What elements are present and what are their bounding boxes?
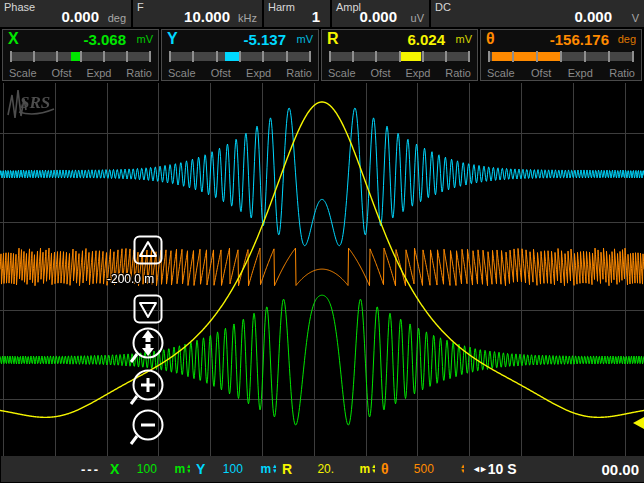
- magnifier-handle-icon: [131, 354, 137, 362]
- display-mode-cell[interactable]: ---: [1, 456, 110, 482]
- channel-unit: mV: [456, 33, 473, 45]
- channel-unit: mV: [137, 33, 154, 45]
- channel-unit: deg: [618, 33, 636, 45]
- channel-y-panel[interactable]: Y -5.137 mV Scale Ofst Expd Ratio: [161, 29, 319, 81]
- param-label: F: [137, 1, 144, 13]
- menu-ratio[interactable]: Ratio: [126, 67, 152, 79]
- vertical-zoom-button[interactable]: [128, 326, 168, 368]
- channel-value: -5.137: [243, 31, 286, 48]
- param-value: 10.000: [184, 8, 230, 25]
- channel-meter: [330, 52, 469, 61]
- channel-value: -156.176: [550, 31, 609, 48]
- arrow-down-icon: [142, 344, 154, 356]
- scale-letter: X: [110, 461, 119, 477]
- param-phase[interactable]: Phase 0.000 deg: [0, 0, 131, 27]
- menu-scale[interactable]: Scale: [328, 67, 356, 79]
- channel-meter: [170, 52, 310, 61]
- menu-expd[interactable]: Expd: [246, 67, 271, 79]
- channel-letter: R: [327, 30, 339, 48]
- offset-readout: -200.0 m: [107, 272, 154, 286]
- menu-scale[interactable]: Scale: [9, 67, 37, 79]
- param-unit: deg: [108, 12, 126, 24]
- param-amplitude[interactable]: Ampl 0.000 uV: [332, 0, 429, 27]
- param-value: 0.000: [61, 8, 99, 25]
- param-label: Harm: [268, 1, 295, 13]
- arrow-up-icon: [142, 330, 154, 342]
- magnifier-handle-icon: [131, 396, 137, 404]
- scale-value: 20.: [317, 462, 334, 476]
- chart-canvas[interactable]: [0, 83, 644, 456]
- param-dc-offset[interactable]: DC 0.000 V: [431, 0, 644, 27]
- menu-scale[interactable]: Scale: [487, 67, 515, 79]
- triangle-down-icon: [140, 303, 156, 317]
- y-scale-cell[interactable]: Y 100 m ▲▼: [190, 456, 284, 482]
- pan-up-button[interactable]: [133, 235, 163, 265]
- svg-text:SRS: SRS: [20, 93, 50, 112]
- scale-value: 100: [137, 462, 157, 476]
- magnifier-handle-icon: [131, 436, 137, 444]
- channel-unit: mV: [297, 33, 314, 45]
- scale-value: 500: [414, 462, 434, 476]
- param-value: 0.000: [359, 8, 397, 25]
- menu-scale[interactable]: Scale: [168, 67, 196, 79]
- menu-ofst[interactable]: Ofst: [211, 67, 231, 79]
- menu-expd[interactable]: Expd: [405, 67, 430, 79]
- channel-x-panel[interactable]: X -3.068 mV Scale Ofst Expd Ratio: [2, 29, 159, 81]
- timebase-cell[interactable]: ◄► 10 S 00.00: [464, 456, 644, 482]
- menu-ofst[interactable]: Ofst: [531, 67, 551, 79]
- timebase-value: 10 S: [488, 461, 517, 477]
- theta-scale-cell[interactable]: θ 500 ▲▼: [375, 456, 472, 482]
- scale-unit: m: [359, 462, 370, 476]
- menu-ratio[interactable]: Ratio: [609, 67, 635, 79]
- triangle-up-icon: [140, 242, 156, 256]
- menu-ratio[interactable]: Ratio: [445, 67, 471, 79]
- param-unit: V: [632, 12, 639, 24]
- channel-letter: X: [8, 30, 19, 48]
- scale-unit: m: [174, 462, 185, 476]
- channel-value: 6.024: [407, 31, 445, 48]
- param-value: 0.000: [574, 8, 612, 25]
- channel-theta-panel[interactable]: θ -156.176 deg Scale Ofst Expd Ratio: [480, 29, 642, 81]
- param-label: Phase: [4, 1, 35, 13]
- meter-indicator: [225, 52, 240, 61]
- zoom-out-button[interactable]: [128, 408, 168, 450]
- strip-chart: SRS -200.0 m: [0, 83, 644, 456]
- srs-logo: SRS: [5, 87, 59, 121]
- channel-letter: Y: [167, 30, 178, 48]
- param-frequency[interactable]: F 10.000 kHz: [133, 0, 262, 27]
- channel-meter: [489, 52, 633, 61]
- scale-letter: θ: [381, 461, 389, 477]
- menu-expd[interactable]: Expd: [86, 67, 111, 79]
- x-scale-cell[interactable]: X 100 m ▲▼: [104, 456, 198, 482]
- scale-unit: m: [260, 462, 271, 476]
- menu-ratio[interactable]: Ratio: [286, 67, 312, 79]
- menu-ofst[interactable]: Ofst: [51, 67, 71, 79]
- channel-meter: [11, 52, 150, 61]
- zoom-in-button[interactable]: [128, 368, 168, 410]
- menu-expd[interactable]: Expd: [568, 67, 593, 79]
- menu-ofst[interactable]: Ofst: [370, 67, 390, 79]
- param-unit: uV: [411, 12, 424, 24]
- r-scale-cell[interactable]: R 20. m ▲▼: [276, 456, 383, 482]
- scale-letter: R: [282, 461, 292, 477]
- meter-indicator: [400, 52, 422, 61]
- channel-r-panel[interactable]: R 6.024 mV Scale Ofst Expd Ratio: [321, 29, 478, 81]
- scale-value: 100: [223, 462, 243, 476]
- meter-indicator: [492, 52, 560, 61]
- horizontal-arrows-icon: ◄►: [472, 464, 486, 474]
- clock-readout: 00.00: [601, 461, 639, 478]
- lockin-display: Phase 0.000 deg F 10.000 kHz Harm 1 Ampl…: [0, 0, 644, 483]
- param-unit: kHz: [238, 12, 257, 24]
- display-mode: ---: [81, 462, 100, 477]
- pan-down-button[interactable]: [133, 294, 163, 324]
- channel-letter: θ: [486, 30, 495, 48]
- channel-value: -3.068: [83, 31, 126, 48]
- param-label: DC: [435, 1, 451, 13]
- scale-letter: Y: [196, 461, 205, 477]
- param-label: Ampl: [336, 1, 361, 13]
- param-value: 1: [312, 8, 320, 25]
- param-harmonic[interactable]: Harm 1: [264, 0, 330, 27]
